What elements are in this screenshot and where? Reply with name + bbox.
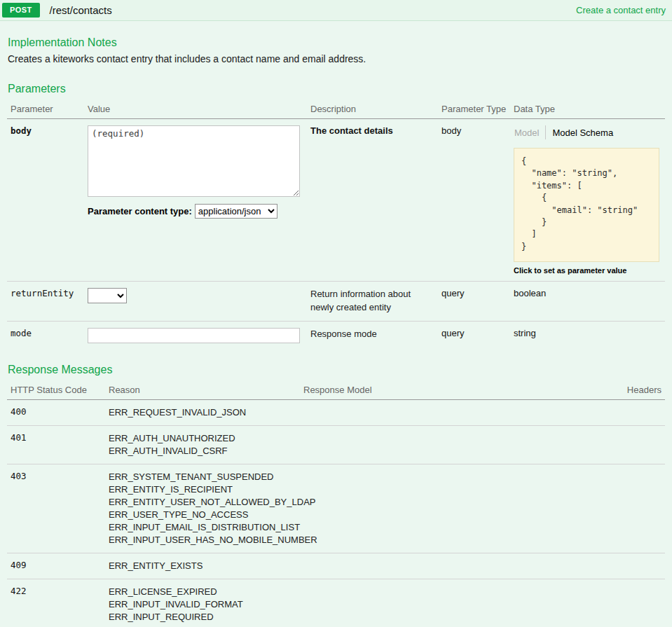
reason: ERR_AUTH_UNAUTHORIZED (109, 432, 296, 445)
col-header-reason: Reason (105, 380, 300, 400)
col-header-status-code: HTTP Status Code (7, 380, 105, 400)
response-row-400: 400 ERR_REQUEST_INVALID_JSON (7, 399, 665, 425)
operation-header[interactable]: POST /rest/contacts Create a contact ent… (0, 0, 672, 21)
operation-content: Implementation Notes Creates a kiteworks… (0, 21, 672, 627)
status-code: 422 (7, 579, 105, 627)
col-header-response-model: Response Model (300, 380, 538, 400)
data-type-returnEntity: boolean (510, 282, 665, 322)
col-header-value: Value (84, 99, 307, 119)
reason: ERR_ENTITY_EXISTS (109, 560, 296, 572)
parameter-content-type-label: Parameter content type: (88, 206, 192, 216)
reason: ERR_LICENSE_EXPIRED (109, 586, 296, 598)
reason: ERR_INPUT_EMAIL_IS_DISTRIBUTION_LIST (109, 521, 296, 534)
response-row-403: 403 ERR_SYSTEM_TENANT_SUSPENDED ERR_ENTI… (7, 464, 665, 553)
status-code: 409 (7, 553, 105, 579)
response-row-422: 422 ERR_LICENSE_EXPIRED ERR_INPUT_INVALI… (7, 579, 665, 627)
status-code: 401 (7, 425, 105, 464)
param-row-mode: mode Response mode query string (7, 321, 665, 350)
col-header-data-type: Data Type (510, 99, 665, 119)
param-row-returnEntity: returnEntity Return information about ne… (7, 282, 665, 322)
param-type-mode: query (438, 321, 510, 350)
param-type-body: body (438, 119, 510, 282)
param-description-mode: Response mode (307, 321, 438, 350)
col-header-parameter-type: Parameter Type (438, 99, 510, 119)
tab-model-schema[interactable]: Model Schema (546, 126, 613, 139)
col-header-headers: Headers (538, 380, 665, 400)
reason: ERR_ENTITY_USER_NOT_ALLOWED_BY_LDAP (109, 496, 296, 509)
mode-value-input[interactable] (88, 328, 300, 343)
status-code: 403 (7, 464, 105, 553)
reason: ERR_INPUT_USER_HAS_NO_MOBILE_NUMBER (109, 534, 296, 546)
parameters-table: Parameter Value Description Parameter Ty… (7, 99, 665, 350)
implementation-notes-heading: Implementation Notes (8, 36, 665, 49)
operation-summary-link[interactable]: Create a contact entry (576, 5, 666, 15)
reason: ERR_AUTH_INVALID_CSRF (109, 445, 296, 457)
reason: ERR_REQUEST_INVALID_JSON (109, 406, 296, 419)
reason: ERR_INPUT_INVALID_FORMAT (109, 598, 296, 611)
status-code: 400 (7, 399, 105, 425)
param-name-body: body (7, 119, 84, 282)
param-row-body: body Parameter content type: application… (7, 119, 665, 282)
response-messages-heading: Response Messages (8, 364, 665, 376)
param-name-returnEntity: returnEntity (7, 282, 84, 322)
model-schema-json: { "name": "string", "items": [ { "email"… (521, 156, 652, 253)
endpoint-path-link[interactable]: /rest/contacts (50, 4, 112, 16)
body-value-textarea[interactable] (88, 125, 300, 197)
implementation-notes-text: Creates a kiteworks contact entry that i… (8, 53, 665, 64)
col-header-description: Description (307, 99, 438, 119)
parameter-content-type-row: Parameter content type: application/json (88, 204, 303, 219)
returnEntity-value-select[interactable] (88, 288, 127, 303)
model-schema-tabs: Model Model Schema (514, 125, 661, 139)
response-row-401: 401 ERR_AUTH_UNAUTHORIZED ERR_AUTH_INVAL… (7, 425, 665, 464)
reason: ERR_ENTITY_IS_RECIPIENT (109, 483, 296, 496)
data-type-mode: string (510, 321, 665, 350)
model-schema-snippet[interactable]: { "name": "string", "items": [ { "email"… (514, 148, 659, 262)
reason: ERR_INPUT_REQUIRED (109, 611, 296, 623)
response-messages-table: HTTP Status Code Reason Response Model H… (7, 380, 665, 627)
response-row-409: 409 ERR_ENTITY_EXISTS (7, 553, 665, 579)
tab-model[interactable]: Model (514, 126, 545, 139)
param-name-mode: mode (7, 321, 84, 350)
api-operation-panel: POST /rest/contacts Create a contact ent… (0, 0, 672, 627)
schema-click-hint: Click to set as parameter value (514, 266, 661, 275)
param-type-returnEntity: query (438, 282, 510, 322)
parameter-content-type-select[interactable]: application/json (195, 204, 277, 219)
param-description-returnEntity: Return information about newly created e… (307, 282, 438, 322)
reason: ERR_USER_TYPE_NO_ACCESS (109, 509, 296, 521)
param-description-body: The contact details (307, 119, 438, 282)
col-header-parameter: Parameter (7, 99, 84, 119)
reason: ERR_SYSTEM_TENANT_SUSPENDED (109, 471, 296, 483)
http-method-badge: POST (2, 3, 40, 18)
parameters-heading: Parameters (8, 83, 665, 95)
